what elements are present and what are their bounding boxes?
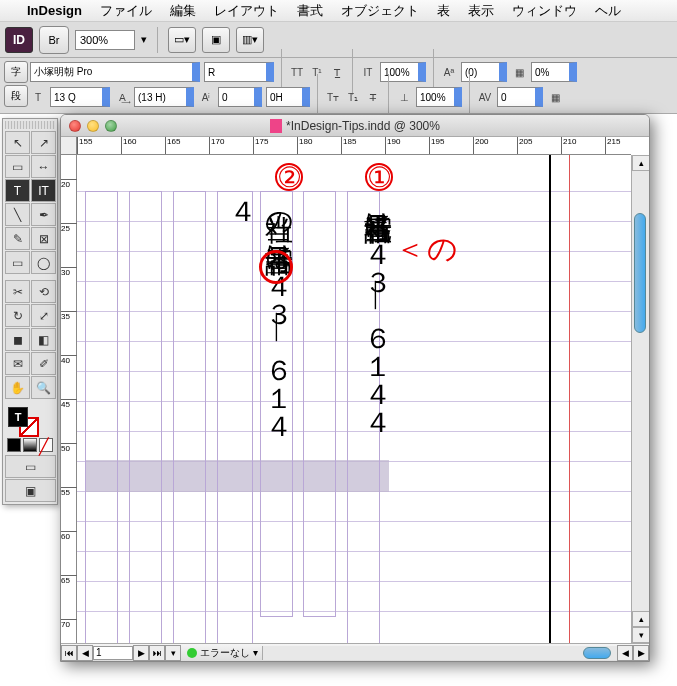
eyedropper-tool[interactable]: ✐: [31, 352, 56, 375]
view-mode-normal[interactable]: ▭: [5, 455, 56, 478]
underline-icon[interactable]: T̲: [329, 64, 345, 80]
vertical-type-tool[interactable]: IT: [31, 179, 56, 202]
app-name[interactable]: InDesign: [18, 3, 91, 18]
scroll-right-icon[interactable]: ▶: [633, 645, 649, 661]
leading-field[interactable]: (13 H): [134, 87, 194, 107]
overflow-char[interactable]: ４: [229, 193, 257, 225]
pencil-tool[interactable]: ✎: [5, 227, 30, 250]
scroll-up2-icon[interactable]: ▴: [632, 611, 650, 627]
view-options-icon[interactable]: ▭▾: [168, 27, 196, 53]
direct-selection-tool[interactable]: ↗: [31, 131, 56, 154]
palette-grip[interactable]: [5, 121, 55, 129]
font-style-field[interactable]: R: [204, 62, 274, 82]
screen-mode-icon[interactable]: ▣: [202, 27, 230, 53]
aki-field[interactable]: 0: [218, 87, 262, 107]
menu-edit[interactable]: 編集: [161, 2, 205, 20]
font-size-field[interactable]: 13 Q: [50, 87, 110, 107]
baseline-shift-icon: Aª: [441, 64, 457, 80]
text-column: [217, 191, 253, 643]
gap-tool[interactable]: ↔: [31, 155, 56, 178]
char-mode-button[interactable]: 字: [4, 61, 28, 83]
strikethrough-icon[interactable]: T̶: [365, 89, 381, 105]
indesign-logo[interactable]: ID: [5, 27, 33, 53]
gradient-tool[interactable]: ◼: [5, 328, 30, 351]
minimize-button[interactable]: [87, 120, 99, 132]
annotation-2: ②: [275, 163, 303, 191]
hscroll-thumb[interactable]: [583, 647, 611, 659]
preflight-status[interactable]: エラーなし▾: [187, 646, 258, 660]
zoom-level[interactable]: 300%: [75, 30, 135, 50]
hand-tool[interactable]: ✋: [5, 376, 30, 399]
tatechuyoko-icon[interactable]: TT: [289, 64, 305, 80]
scroll-down-icon[interactable]: ▾: [632, 627, 650, 643]
para-mode-button[interactable]: 段: [4, 85, 28, 107]
menu-help[interactable]: ヘル: [586, 2, 630, 20]
scroll-up-icon[interactable]: ▴: [632, 155, 650, 171]
menu-view[interactable]: 表示: [459, 2, 503, 20]
first-page-button[interactable]: ⏮: [61, 645, 77, 661]
baseline-shift-field[interactable]: (0): [461, 62, 507, 82]
type-tool[interactable]: T: [5, 179, 30, 202]
vertical-scale-field[interactable]: 100%: [380, 62, 426, 82]
document-icon: [270, 119, 282, 133]
view-mode-preview[interactable]: ▣: [5, 479, 56, 502]
vscale-icon: IT: [360, 64, 376, 80]
ruler-origin[interactable]: [61, 137, 77, 155]
bleed-edge: [569, 155, 570, 643]
page-number-field[interactable]: 1: [93, 646, 133, 660]
ellipse-tool[interactable]: ◯: [31, 251, 56, 274]
menu-type[interactable]: 書式: [288, 2, 332, 20]
menu-file[interactable]: ファイル: [91, 2, 161, 20]
menu-layout[interactable]: レイアウト: [205, 2, 288, 20]
scroll-left-icon[interactable]: ◀: [617, 645, 633, 661]
scissors-tool[interactable]: ✂: [5, 280, 30, 303]
rectangle-tool[interactable]: ▭: [5, 251, 30, 274]
kerning-field[interactable]: 0H: [266, 87, 310, 107]
selection-tool[interactable]: ↖: [5, 131, 30, 154]
vertical-text-1[interactable]: 当社電話番号は４３―６１４４: [362, 193, 393, 615]
apply-gradient[interactable]: [23, 438, 37, 452]
apply-color[interactable]: [7, 438, 21, 452]
menu-window[interactable]: ウィンドウ: [503, 2, 586, 20]
prev-page-button[interactable]: ◀: [77, 645, 93, 661]
close-button[interactable]: [69, 120, 81, 132]
zoom-dropdown-icon[interactable]: ▾: [141, 33, 147, 46]
titlebar[interactable]: *InDesign-Tips.indd @ 300%: [61, 115, 649, 137]
free-transform-tool[interactable]: ⟲: [31, 280, 56, 303]
scale-tool[interactable]: ⤢: [31, 304, 56, 327]
vertical-ruler[interactable]: 20 25 30 35 40 45 50 55 60 65 70: [61, 155, 77, 643]
pen-tool[interactable]: ✒: [31, 203, 56, 226]
apply-none[interactable]: ╱: [39, 438, 53, 452]
canvas[interactable]: 当社電話番号は４３―６１４４ 当社の電話番号は４３―６１４ ４ ① ② ＜の: [77, 155, 631, 643]
zoom-button[interactable]: [105, 120, 117, 132]
horizontal-scrollbar[interactable]: [262, 646, 617, 660]
leading-icon: A͢: [114, 89, 130, 105]
line-tool[interactable]: ╲: [5, 203, 30, 226]
last-page-button[interactable]: ⏭: [149, 645, 165, 661]
subscript-icon[interactable]: T₁: [345, 89, 361, 105]
next-page-button[interactable]: ▶: [133, 645, 149, 661]
horizontal-ruler[interactable]: 155 160 165 170 175 180 185 190 195 200 …: [77, 137, 631, 155]
skew-field[interactable]: 0: [497, 87, 543, 107]
smallcaps-icon[interactable]: Tᴛ: [325, 89, 341, 105]
vertical-scrollbar[interactable]: ▴ ▴ ▾: [631, 155, 649, 643]
fill-swatch[interactable]: T: [8, 407, 28, 427]
arrange-icon[interactable]: ▥▾: [236, 27, 264, 53]
zoom-tool[interactable]: 🔍: [31, 376, 56, 399]
horizontal-scale-field[interactable]: 100%: [416, 87, 462, 107]
menu-table[interactable]: 表: [428, 2, 459, 20]
rectangle-frame-tool[interactable]: ⊠: [31, 227, 56, 250]
text-column: [129, 191, 162, 643]
gradient-feather-tool[interactable]: ◧: [31, 328, 56, 351]
rotate-tool[interactable]: ↻: [5, 304, 30, 327]
char-palette-icon[interactable]: ▦: [547, 89, 563, 105]
menu-object[interactable]: オブジェクト: [332, 2, 428, 20]
bridge-button[interactable]: Br: [39, 26, 69, 54]
page-tool[interactable]: ▭: [5, 155, 30, 178]
page-menu-button[interactable]: ▾: [165, 645, 181, 661]
preflight-ok-icon: [187, 648, 197, 658]
note-tool[interactable]: ✉: [5, 352, 30, 375]
vscroll-thumb[interactable]: [634, 213, 646, 333]
font-family-field[interactable]: 小塚明朝 Pro: [30, 62, 200, 82]
stroke-pct-field[interactable]: 0%: [531, 62, 577, 82]
